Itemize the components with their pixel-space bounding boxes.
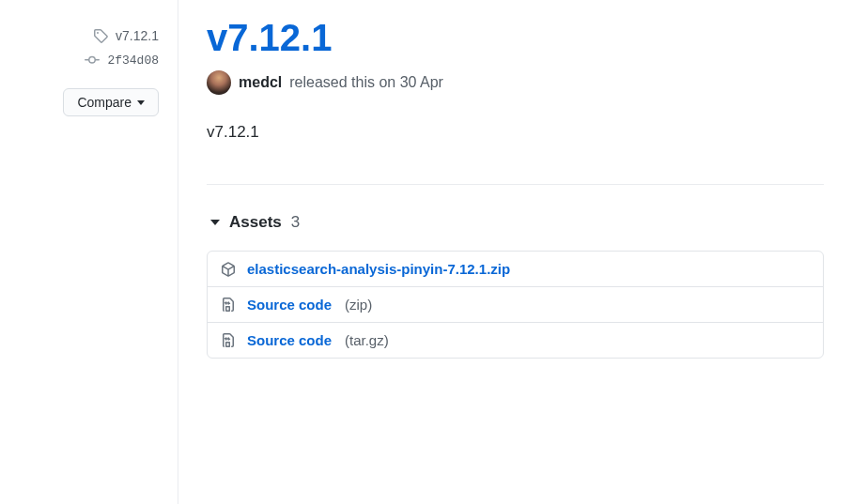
asset-list: elasticsearch-analysis-pinyin-7.12.1.zip… bbox=[207, 251, 824, 359]
assets-label: Assets bbox=[229, 213, 282, 232]
caret-down-icon bbox=[210, 220, 220, 225]
released-text: released this on 30 Apr bbox=[289, 74, 443, 91]
file-zip-icon bbox=[221, 333, 236, 348]
release-body: v7.12.1 bbox=[207, 123, 824, 142]
author-name[interactable]: medcl bbox=[239, 74, 282, 91]
tag-label: v7.12.1 bbox=[116, 28, 159, 43]
caret-down-icon bbox=[137, 100, 145, 105]
release-title[interactable]: v7.12.1 bbox=[207, 17, 824, 59]
commit-icon bbox=[85, 53, 100, 68]
asset-ext: (tar.gz) bbox=[345, 332, 389, 348]
release-sidebar: v7.12.1 2f34d08 Compare bbox=[0, 0, 178, 504]
package-icon bbox=[221, 262, 236, 277]
compare-label: Compare bbox=[77, 95, 132, 110]
asset-row[interactable]: Source code (zip) bbox=[208, 286, 823, 322]
compare-button[interactable]: Compare bbox=[63, 88, 159, 116]
asset-row[interactable]: Source code (tar.gz) bbox=[208, 322, 823, 358]
asset-ext: (zip) bbox=[345, 297, 372, 313]
tag-icon bbox=[93, 28, 108, 43]
release-main: v7.12.1 medcl released this on 30 Apr v7… bbox=[178, 0, 852, 504]
assets-toggle[interactable]: Assets 3 bbox=[207, 213, 824, 232]
tag-row[interactable]: v7.12.1 bbox=[93, 28, 159, 43]
assets-count: 3 bbox=[291, 213, 300, 232]
file-zip-icon bbox=[221, 298, 236, 313]
author-line: medcl released this on 30 Apr bbox=[207, 70, 824, 95]
commit-row[interactable]: 2f34d08 bbox=[85, 53, 159, 68]
avatar[interactable] bbox=[207, 70, 231, 95]
asset-link[interactable]: elasticsearch-analysis-pinyin-7.12.1.zip bbox=[247, 261, 510, 277]
asset-link[interactable]: Source code bbox=[247, 332, 332, 348]
asset-row[interactable]: elasticsearch-analysis-pinyin-7.12.1.zip bbox=[208, 252, 823, 286]
divider bbox=[207, 184, 824, 185]
asset-link[interactable]: Source code bbox=[247, 297, 332, 313]
commit-sha: 2f34d08 bbox=[107, 53, 159, 68]
